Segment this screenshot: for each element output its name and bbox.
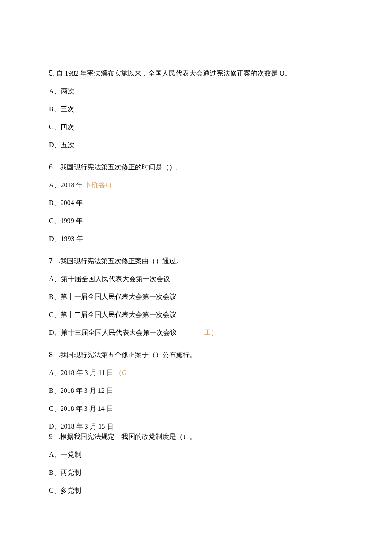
q8-num: 8 <box>49 350 57 360</box>
q6-a-answer-mark: 卜确答£） <box>85 181 115 189</box>
q6-text: .我国现行宪法第五次修正的时间是（）。 <box>57 163 183 171</box>
question-8: 8 .我国现行宪法第五个修正案于（）公布施行。 A、2018 年 3 月 11 … <box>49 350 345 432</box>
q6-opt-a: A、2018 年 卜确答£） <box>49 180 345 190</box>
q7-d-text: D、第十三届全国人民代表大会第一次会议 <box>49 329 177 336</box>
q9-num: 9 <box>49 432 57 442</box>
question-9: 9 .根据我国宪法规定，我国的政党制度是（）。 A、一党制 B、两党制 C、多党… <box>49 432 345 496</box>
q7-opt-b: B、第十一届全国人民代表大会第一次会议 <box>49 292 345 302</box>
q5-opt-d: D、五次 <box>49 140 345 150</box>
q7-opt-a: A、第十届全国人民代表大会第一次会议 <box>49 274 345 284</box>
q8-opt-a: A、2018 年 3 月 11 日 （G <box>49 368 345 378</box>
q7-opt-c: C、第十二届全国人民代表大会第一次会议 <box>49 310 345 320</box>
q8-a-answer-mark: （G <box>115 369 127 376</box>
q9-opt-b: B、两党制 <box>49 468 345 478</box>
q6-opt-d: D、1993 年 <box>49 234 345 244</box>
q8-a-text: A、2018 年 3 月 11 日 <box>49 369 113 376</box>
q5-opt-a: A、两次 <box>49 86 345 96</box>
q8-opt-b: B、2018 年 3 月 12 日 <box>49 386 345 396</box>
q9-opt-a: A、一党制 <box>49 450 345 460</box>
q5-opt-c: C、四次 <box>49 122 345 132</box>
q7-text: .我国现行宪法第五次修正案由（）通过。 <box>57 257 183 264</box>
q9-text: .根据我国宪法规定，我国的政党制度是（）。 <box>57 433 196 440</box>
q7-num: 7 <box>49 256 57 266</box>
q8-text: .我国现行宪法第五个修正案于（）公布施行。 <box>57 351 196 358</box>
q5-text: 自 1982 年宪法颁布实施以来，全国人民代表大会通过宪法修正案的次数是 O。 <box>56 70 291 77</box>
q7-d-answer-mark: 工） <box>204 329 218 336</box>
question-6: 6 .我国现行宪法第五次修正的时间是（）。 A、2018 年 卜确答£） B、2… <box>49 162 345 244</box>
question-7: 7 .我国现行宪法第五次修正案由（）通过。 A、第十届全国人民代表大会第一次会议… <box>49 256 345 338</box>
q8-opt-c: C、2018 年 3 月 14 日 <box>49 404 345 414</box>
q6-stem: 6 .我国现行宪法第五次修正的时间是（）。 <box>49 162 345 172</box>
q5-stem: 5. 自 1982 年宪法颁布实施以来，全国人民代表大会通过宪法修正案的次数是 … <box>49 68 345 78</box>
q8-opt-d: D、2018 年 3 月 15 日 <box>49 421 345 432</box>
q6-opt-b: B、2004 年 <box>49 198 345 208</box>
q6-a-text: A、2018 年 <box>49 181 83 189</box>
question-5: 5. 自 1982 年宪法颁布实施以来，全国人民代表大会通过宪法修正案的次数是 … <box>49 68 345 150</box>
q5-opt-b: B、三次 <box>49 104 345 114</box>
q7-opt-d: D、第十三届全国人民代表大会第一次会议 工） <box>49 328 345 338</box>
q8-stem: 8 .我国现行宪法第五个修正案于（）公布施行。 <box>49 350 345 360</box>
q9-opt-c: C、多党制 <box>49 485 345 496</box>
q6-num: 6 <box>49 162 57 172</box>
q9-stem: 9 .根据我国宪法规定，我国的政党制度是（）。 <box>49 432 345 442</box>
q6-opt-c: C、1999 年 <box>49 216 345 226</box>
q5-num: 5. <box>49 70 55 77</box>
q7-stem: 7 .我国现行宪法第五次修正案由（）通过。 <box>49 256 345 266</box>
